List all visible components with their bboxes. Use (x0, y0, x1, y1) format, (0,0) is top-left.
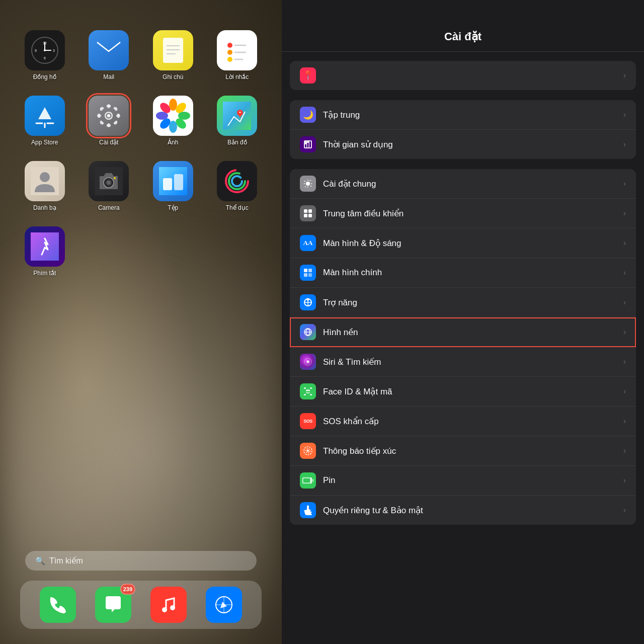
thoi-gian-icon (300, 136, 316, 152)
cai-dat-chung-label: Cài đặt chung (323, 179, 623, 189)
thoi-gian-chevron: › (623, 140, 626, 149)
settings-icon (89, 96, 129, 136)
app-reminders[interactable]: Lời nhắc (208, 30, 267, 80)
trung-tam-label: Trung tâm điều khiển (323, 208, 623, 219)
tro-nang-icon (300, 294, 316, 310)
svg-point-46 (114, 177, 116, 179)
app-shortcuts[interactable]: Phím tắt (15, 226, 74, 277)
fitness-icon (217, 161, 257, 201)
dock-phone[interactable] (40, 587, 76, 623)
row-faceid[interactable]: Face ID & Mật mã › (290, 377, 636, 407)
reminders-label: Lời nhắc (225, 73, 249, 80)
app-fitness[interactable]: Thể dục (208, 161, 267, 211)
app-files[interactable]: Tệp (143, 161, 203, 211)
row-pin[interactable]: Pin › (290, 466, 636, 496)
svg-rect-82 (304, 387, 306, 389)
pin-chevron: › (623, 476, 626, 485)
svg-point-17 (227, 57, 232, 62)
svg-rect-71 (304, 273, 307, 277)
app-photos[interactable]: Ảnh (143, 96, 203, 146)
maps-icon (217, 96, 257, 136)
trung-tam-icon (300, 205, 316, 221)
sos-chevron: › (623, 417, 626, 426)
svg-point-41 (40, 172, 50, 182)
app-appstore[interactable]: App Store (15, 96, 74, 146)
dock-messages[interactable]: 239 (95, 587, 131, 623)
hinh-nen-chevron: › (623, 328, 626, 337)
section-focus: 🌙 Tập trung › Thời gian sử dụng (290, 100, 636, 159)
row-tap-trung[interactable]: 🌙 Tập trung › (290, 100, 636, 130)
app-notes[interactable]: Ghi chú (143, 30, 203, 80)
row-siri[interactable]: Siri & Tìm kiếm › (290, 347, 636, 377)
row-hinh-nen[interactable]: Hình nền › (290, 317, 636, 347)
privacy-label: Quyền riêng tư & Bảo mật (323, 505, 623, 516)
app-contacts[interactable]: Danh bạ (15, 161, 74, 211)
row-tro-nang[interactable]: Trợ năng › (290, 288, 636, 317)
app-maps[interactable]: Bản đồ (208, 96, 267, 146)
faceid-label: Face ID & Mật mã (323, 386, 623, 397)
sos-label: SOS khẩn cấp (323, 416, 623, 427)
search-bar[interactable]: 🔍 Tìm kiếm (25, 551, 257, 571)
music-icon (150, 587, 187, 623)
svg-point-81 (307, 361, 309, 363)
svg-rect-85 (310, 394, 312, 395)
cai-dat-chung-icon (300, 176, 316, 192)
svg-point-7 (44, 49, 46, 51)
trung-tam-chevron: › (623, 209, 626, 218)
man-hinh-chinh-icon (300, 265, 316, 281)
svg-rect-62 (307, 143, 309, 147)
thoi-gian-label: Thời gian sử dụng (323, 139, 623, 150)
row-sos[interactable]: SOS SOS khẩn cấp › (290, 407, 636, 436)
svg-rect-50 (223, 167, 251, 195)
row-thoi-gian[interactable]: Thời gian sử dụng › (290, 130, 636, 159)
dock-safari[interactable] (206, 587, 242, 623)
fitness-label: Thể dục (226, 204, 249, 211)
notes-icon (153, 30, 193, 70)
row-trung-tam[interactable]: Trung tâm điều khiển › (290, 199, 636, 228)
mail-label: Mail (103, 73, 114, 80)
pin-icon (300, 472, 316, 489)
clock-label: Đồng hồ (33, 73, 56, 80)
safari-icon (206, 587, 242, 623)
sos-icon: SOS (300, 413, 316, 429)
svg-point-87 (308, 390, 310, 391)
contacts-icon (25, 161, 65, 201)
svg-rect-49 (174, 174, 183, 190)
siri-icon (300, 354, 316, 370)
dock: 239 (20, 581, 262, 629)
faceid-chevron: › (623, 387, 626, 396)
svg-point-91 (307, 450, 309, 452)
row-man-hinh-chinh[interactable]: Màn hình chính › (290, 258, 636, 288)
files-label: Tệp (168, 204, 178, 211)
hinh-nen-icon (300, 324, 316, 340)
svg-point-15 (227, 43, 232, 48)
app-camera[interactable]: Camera (79, 161, 139, 211)
phone-icon (40, 587, 76, 623)
man-hinh-chinh-chevron: › (623, 268, 626, 277)
appstore-icon (25, 96, 65, 136)
row-privacy[interactable]: Quyền riêng tư & Bảo mật › (290, 496, 636, 525)
top-visible-item[interactable]: 📍 › (290, 61, 636, 90)
app-settings[interactable]: Cài đặt (79, 96, 139, 146)
app-clock[interactable]: 12 6 9 3 Đồng hồ (15, 30, 74, 80)
svg-rect-54 (31, 232, 59, 261)
siri-chevron: › (623, 357, 626, 366)
privacy-icon (300, 502, 316, 518)
svg-text:6: 6 (44, 56, 46, 60)
dock-music[interactable] (150, 587, 187, 623)
files-icon (153, 161, 193, 201)
row-cai-dat-chung[interactable]: Cài đặt chung › (290, 169, 636, 199)
tap-trung-label: Tập trung (323, 110, 623, 120)
svg-rect-94 (303, 478, 310, 483)
svg-point-36 (168, 111, 178, 121)
app-mail[interactable]: Mail (79, 30, 139, 80)
contact-tracing-label: Thông báo tiếp xúc (323, 446, 623, 456)
row-man-hinh[interactable]: AA Màn hình & Độ sáng › (290, 228, 636, 258)
svg-point-86 (306, 390, 307, 391)
svg-rect-66 (308, 209, 312, 213)
faceid-icon (300, 383, 316, 399)
svg-rect-48 (163, 178, 172, 190)
mail-icon (89, 30, 129, 70)
search-icon: 🔍 (35, 556, 45, 566)
row-contact-tracing[interactable]: Thông báo tiếp xúc › (290, 436, 636, 466)
